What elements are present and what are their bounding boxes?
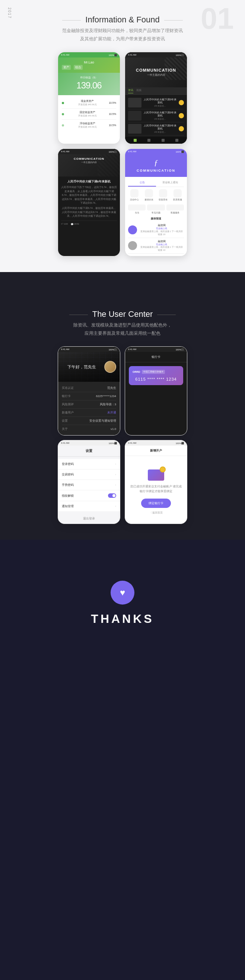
media-item: 融资网 范金融上线 亚洲金融盾资上线，相关连接 1 下一线关联链接 10 [128,238,184,254]
phone-user-profile: 9:41 AM 100%⬛ 下午好，范先生 买名认证 范先生 银行卡 6225*… [58,346,120,436]
phone8-header: 新增开户 [125,445,187,456]
phone1-header: Mr.Lao 资产 组合 [58,57,120,73]
profile-row-realname: 买名认证 范先生 [62,384,116,392]
settings-item[interactable]: 通知管理 › [58,501,120,511]
bank-logo: ORRD 中国工商银行存储卡 [133,370,179,374]
phone3-body: 人民币中间价大幅下调6年来新机 人民币中间价下跌了736点，达到了6.74，被创… [58,177,120,228]
phone1-assets: 现金类资产 开放流速 345.56元 10.5% 固定收益资产 开放流速 345… [58,95,120,133]
phone1-user: Mr.Lao [62,60,116,64]
settings-item[interactable]: 登录密码 › [58,459,120,469]
profile-row-about: 关于 v1.0 [62,425,116,433]
phone2-news: 人民币中间价大幅下调6年来新机 6年来新机... 人民币中间价大幅下调6年来新机… [125,95,187,137]
account-desc: 您已成功开通富达支付金融账户 请完成银行卡绑定才能享受绑定 [130,484,182,494]
phone-dark: 9:41 AM 100%⬛ COMMUNICATION 一件主题的内容 资讯 视… [125,52,187,144]
status-bar-1: 9:41 AM 100%⬛ [58,52,120,57]
asset-item: 固定收益资产 开放流速 345.56元 10.5% [62,108,116,120]
status-bar-6: 9:41 AM 100%⬛ [125,347,187,352]
logout-button[interactable]: 退出登录 [58,514,120,523]
profile-row-settings: 设置 安全设置与通知管理 [62,417,116,425]
bank-card-visual: ORRD 中国工商银行存储卡 6115 **** **** 1234 [129,366,183,385]
user-avatar [104,361,116,373]
phone-bank-card: 9:41 AM 100%⬛ 银行卡 ORRD 中国工商银行存储卡 6115 **… [125,346,187,436]
status-bar-3: 9:41 AM 100%⬛ [58,149,120,154]
thanks-text: THANKS [8,612,237,626]
phone4-nav: 公告 资金账上通知 [128,179,184,187]
phone7-header: 设置 [58,445,120,457]
bind-bank-button[interactable]: 绑定银行卡 [141,499,171,508]
section-thanks: ♥ THANKS [0,562,245,648]
phone-new-account: 9:41 AM 100%⬛ 新增开户 您已成功开通富达支付金融账户 请完成银行卡… [125,440,187,524]
heart-icon: ♥ [120,588,125,597]
section2-desc: 除资讯、发现模块及激进型产品使用其他配色外， 应用主要界面及常规几面采用统一配色 [8,321,237,337]
phone3-actions: 🏷 100 💬 2043 [61,221,117,225]
status-bar-7: 9:41 AM 100%⬛ [58,441,120,445]
phone-article: 9:41 AM 100%⬛ COMMUNICATION 一件主题的内容 人民币中… [58,148,120,256]
phone8-content: 您已成功开通富达支付金融账户 请完成银行卡绑定才能享受绑定 绑定银行卡 〈 返回… [125,456,187,520]
phone1-tabs: 资产 组合 [62,65,116,70]
profile-row-bank: 银行卡 6225******1234 [62,392,116,401]
chevron-right-icon: › [115,504,116,508]
profile-row-risk: 风险测评 风险等级：3 [62,401,116,409]
asset-item: 现金类资产 开放流速 345.56元 10.5% [62,97,116,108]
thanks-circle: ♥ [111,581,134,605]
settings-list: 登录密码 › 交易密码 › 手势密码 › 指纹解锁 通知管理 › [58,459,120,511]
settings-item[interactable]: 手势密码 › [58,480,120,490]
chevron-right-icon: › [115,473,116,476]
chevron-right-icon: › [115,462,116,466]
phones-row-bottom: 9:41 AM 100%⬛ COMMUNICATION 一件主题的内容 人民币中… [8,148,237,256]
dark-gap [0,272,245,294]
phone2-subnav: 资讯 视频 [125,88,187,95]
section-user-center: The User Center 除资讯、发现模块及激进型产品使用其他配色外， 应… [0,294,245,539]
phone4-quick-links: 活动中心 邀请好友 答疑里有 联系客服 [128,189,184,202]
media-item: 融资网 范金融上线 亚洲金融盾资上线，相关连接 1 下一线关联链接 10 [128,222,184,238]
phone-settings: 9:41 AM 100%⬛ 设置 登录密码 › 交易密码 › 手势密码 › 指 [58,440,120,524]
phone3-header: COMMUNICATION 一件主题的内容 [58,154,120,177]
news-item: 人民币中间价大幅下调6年来新机 6年来新机... [128,96,184,109]
phone5-profile: 买名认证 范先生 银行卡 6225******1234 风险测评 风险等级：3 … [58,382,120,435]
chevron-right-icon: › [115,483,116,487]
asset-item: 浮动收益资产 开放流速 345.56元 10.5% [62,120,116,130]
phone-green: 9:41 AM 100%⬛ Mr.Lao 资产 组合 昨日收益（$） 139.0… [58,52,120,144]
card-number: 6115 **** **** 1234 [133,377,179,382]
phone-purple: 9:41 AM 100%⬛ ƒ COMMUNICATION 公告 资金账上通知 … [125,148,187,256]
phone4-content: 公告 资金账上通知 活动中心 邀请好友 答疑里有 [125,177,187,256]
phone5-header: 下午好，范先生 [58,352,120,382]
phone6-header: 银行卡 [125,352,187,363]
section-information: 2017 01 Information & Found 范金融除投资及理财顾问功… [0,0,245,272]
profile-row-newuser: 新邀用户 未开通 [62,409,116,417]
settings-fingerprint[interactable]: 指纹解锁 [58,490,120,501]
section-title: Information & Found [8,15,237,25]
status-bar-8: 9:41 AM 100%⬛ [125,441,187,445]
status-bar-4: 9:41 AM 100%⬛ [125,149,187,154]
phone4-header: ƒ COMMUNICATION [125,154,187,177]
phone1-balance: 昨日收益（$） 139.06 [58,73,120,95]
settings-item[interactable]: 交易密码 › [58,469,120,480]
news-item: 人民币中间价大幅下调6年来新机 6年来新机... [128,123,184,135]
account-icon [145,462,167,480]
phone2-header: COMMUNICATION 一件主题的内容 [125,57,187,88]
status-bar-2: 9:41 AM 100%⬛ [125,52,187,57]
news-item: 人民币中间价大幅下调6年来新机 6年来新机... [128,109,184,123]
status-bar-5: 9:41 AM 100%⬛ [58,347,120,352]
phone2-navbar [125,137,187,144]
balance-amount: 139.06 [62,80,116,91]
dark-gap-2 [0,539,245,562]
user-phones-row2: 9:41 AM 100%⬛ 设置 登录密码 › 交易密码 › 手势密码 › 指 [8,440,237,524]
section2-title: The User Center [8,309,237,319]
phones-row-top: 9:41 AM 100%⬛ Mr.Lao 资产 组合 昨日收益（$） 139.0… [8,52,237,144]
back-button[interactable]: 〈 返回首页 [130,511,182,515]
fingerprint-toggle[interactable] [108,493,116,498]
user-phones-row1: 9:41 AM 100%⬛ 下午好，范先生 买名认证 范先生 银行卡 6225*… [8,346,237,436]
